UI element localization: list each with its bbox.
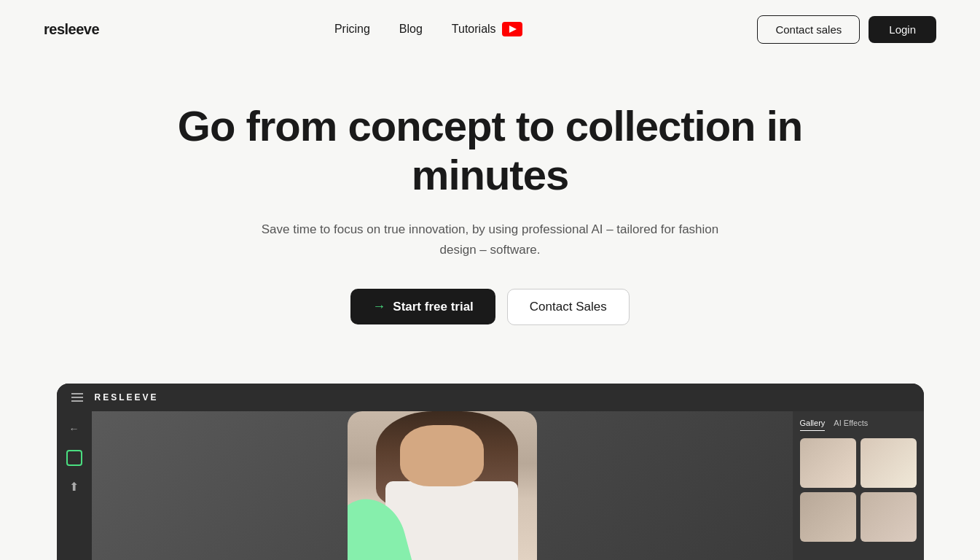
gallery-panel: Gallery AI Effects [793,411,924,560]
youtube-icon [502,22,522,36]
app-body: ← ⬆ [57,411,924,560]
app-logo: RESLEEVE [95,392,159,402]
hero-cta: → Start free trial Contact Sales [350,289,629,325]
hero-subtitle: Save time to focus on true innovation, b… [243,219,738,259]
start-trial-button[interactable]: → Start free trial [350,289,495,324]
gallery-thumb-3[interactable] [800,492,856,542]
model-face [400,425,483,486]
header: resleeve Pricing Blog Tutorials Contact … [0,0,980,58]
arrow-right-icon: → [372,299,385,314]
hero-contact-sales-button[interactable]: Contact Sales [507,289,630,325]
nav-blog[interactable]: Blog [399,23,423,36]
gallery-thumb-4[interactable] [861,492,917,542]
hamburger-icon[interactable] [71,393,83,402]
gallery-thumb-1[interactable] [800,438,856,488]
gallery-tabs: Gallery AI Effects [800,419,917,431]
start-trial-label: Start free trial [393,300,474,314]
model-image [92,411,793,560]
image-tool-button[interactable] [66,449,83,467]
app-preview: RESLEEVE ← ⬆ [57,384,924,560]
nav-tutorials[interactable]: Tutorials [452,22,522,36]
model-body [348,411,537,560]
gallery-tab-ai-effects[interactable]: AI Effects [834,419,868,431]
app-titlebar: RESLEEVE [57,384,924,411]
upload-button[interactable]: ⬆ [66,478,83,496]
cloud-upload-icon: ⬆ [69,480,79,494]
hero-section: Go from concept to collection in minutes… [0,58,980,354]
login-button[interactable]: Login [869,16,936,43]
image-tool-icon [66,450,82,466]
contact-sales-button[interactable]: Contact sales [757,15,860,44]
back-button[interactable]: ← [66,420,83,438]
hero-title: Go from concept to collection in minutes [162,102,818,199]
logo: resleeve [44,21,99,38]
nav-pricing[interactable]: Pricing [334,23,370,36]
gallery-grid [800,438,917,542]
back-arrow-icon: ← [69,423,79,435]
tutorials-label: Tutorials [452,23,496,36]
app-sidebar: ← ⬆ [57,411,92,560]
gallery-tab-gallery[interactable]: Gallery [800,419,826,431]
header-actions: Contact sales Login [757,15,936,44]
gallery-thumb-2[interactable] [861,438,917,488]
app-main-canvas [92,411,793,560]
main-nav: Pricing Blog Tutorials [334,22,522,36]
model-figure [348,411,537,560]
